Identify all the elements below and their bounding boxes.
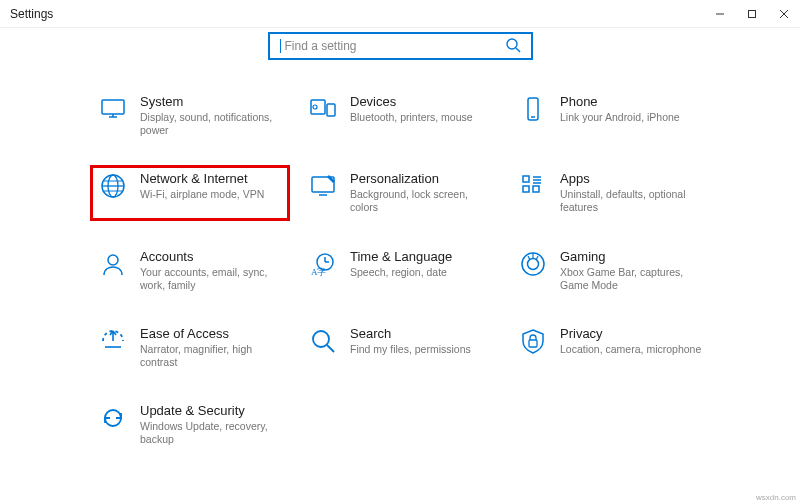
category-title: System: [140, 94, 282, 109]
category-desc: Uninstall, defaults, optional features: [560, 188, 702, 214]
category-gaming[interactable]: GamingXbox Game Bar, captures, Game Mode: [510, 243, 710, 298]
category-desc: Your accounts, email, sync, work, family: [140, 266, 282, 292]
privacy-icon: [518, 326, 548, 356]
category-text: Update & SecurityWindows Update, recover…: [140, 403, 282, 446]
accounts-icon: [98, 249, 128, 279]
window-controls: [704, 0, 800, 28]
category-network[interactable]: Network & InternetWi-Fi, airplane mode, …: [90, 165, 290, 220]
category-search[interactable]: SearchFind my files, permissions: [300, 320, 500, 375]
category-desc: Link your Android, iPhone: [560, 111, 680, 124]
search-icon: [505, 37, 521, 56]
category-accounts[interactable]: AccountsYour accounts, email, sync, work…: [90, 243, 290, 298]
category-ease[interactable]: Ease of AccessNarrator, magnifier, high …: [90, 320, 290, 375]
watermark: wsxdn.com: [756, 493, 796, 502]
category-title: Phone: [560, 94, 680, 109]
category-title: Apps: [560, 171, 702, 186]
category-title: Time & Language: [350, 249, 452, 264]
search-input[interactable]: Find a setting: [268, 32, 533, 60]
category-title: Personalization: [350, 171, 492, 186]
category-text: AccountsYour accounts, email, sync, work…: [140, 249, 282, 292]
phone-icon: [518, 94, 548, 124]
category-desc: Wi-Fi, airplane mode, VPN: [140, 188, 264, 201]
minimize-button[interactable]: [704, 0, 736, 28]
category-text: DevicesBluetooth, printers, mouse: [350, 94, 473, 124]
categories-grid: SystemDisplay, sound, notifications, pow…: [0, 88, 800, 452]
category-desc: Windows Update, recovery, backup: [140, 420, 282, 446]
category-desc: Bluetooth, printers, mouse: [350, 111, 473, 124]
category-text: Ease of AccessNarrator, magnifier, high …: [140, 326, 282, 369]
search-placeholder: Find a setting: [285, 39, 505, 53]
category-update[interactable]: Update & SecurityWindows Update, recover…: [90, 397, 290, 452]
category-title: Network & Internet: [140, 171, 264, 186]
category-text: Time & LanguageSpeech, region, date: [350, 249, 452, 279]
category-personal[interactable]: PersonalizationBackground, lock screen, …: [300, 165, 500, 220]
titlebar: Settings: [0, 0, 800, 28]
category-text: GamingXbox Game Bar, captures, Game Mode: [560, 249, 702, 292]
time-icon: [308, 249, 338, 279]
category-desc: Speech, region, date: [350, 266, 452, 279]
system-icon: [98, 94, 128, 124]
category-text: PhoneLink your Android, iPhone: [560, 94, 680, 124]
category-desc: Background, lock screen, colors: [350, 188, 492, 214]
category-desc: Display, sound, notifications, power: [140, 111, 282, 137]
network-icon: [98, 171, 128, 201]
category-devices[interactable]: DevicesBluetooth, printers, mouse: [300, 88, 500, 143]
category-title: Search: [350, 326, 471, 341]
category-title: Ease of Access: [140, 326, 282, 341]
category-time[interactable]: Time & LanguageSpeech, region, date: [300, 243, 500, 298]
maximize-icon: [747, 9, 757, 19]
devices-icon: [308, 94, 338, 124]
text-caret: [280, 39, 281, 53]
category-phone[interactable]: PhoneLink your Android, iPhone: [510, 88, 710, 143]
category-text: Network & InternetWi-Fi, airplane mode, …: [140, 171, 264, 201]
category-title: Privacy: [560, 326, 701, 341]
category-title: Update & Security: [140, 403, 282, 418]
gaming-icon: [518, 249, 548, 279]
category-text: SystemDisplay, sound, notifications, pow…: [140, 94, 282, 137]
maximize-button[interactable]: [736, 0, 768, 28]
minimize-icon: [715, 9, 725, 19]
category-text: PersonalizationBackground, lock screen, …: [350, 171, 492, 214]
category-privacy[interactable]: PrivacyLocation, camera, microphone: [510, 320, 710, 375]
category-title: Accounts: [140, 249, 282, 264]
category-text: AppsUninstall, defaults, optional featur…: [560, 171, 702, 214]
category-text: PrivacyLocation, camera, microphone: [560, 326, 701, 356]
svg-rect-35: [749, 10, 756, 17]
category-desc: Find my files, permissions: [350, 343, 471, 356]
search-icon: [308, 326, 338, 356]
search-container: Find a setting: [0, 32, 800, 60]
apps-icon: [518, 171, 548, 201]
window-title: Settings: [10, 7, 53, 21]
update-icon: [98, 403, 128, 433]
category-title: Gaming: [560, 249, 702, 264]
category-apps[interactable]: AppsUninstall, defaults, optional featur…: [510, 165, 710, 220]
category-text: SearchFind my files, permissions: [350, 326, 471, 356]
close-button[interactable]: [768, 0, 800, 28]
category-desc: Narrator, magnifier, high contrast: [140, 343, 282, 369]
category-desc: Location, camera, microphone: [560, 343, 701, 356]
personal-icon: [308, 171, 338, 201]
category-system[interactable]: SystemDisplay, sound, notifications, pow…: [90, 88, 290, 143]
ease-icon: [98, 326, 128, 356]
category-desc: Xbox Game Bar, captures, Game Mode: [560, 266, 702, 292]
category-title: Devices: [350, 94, 473, 109]
close-icon: [779, 9, 789, 19]
